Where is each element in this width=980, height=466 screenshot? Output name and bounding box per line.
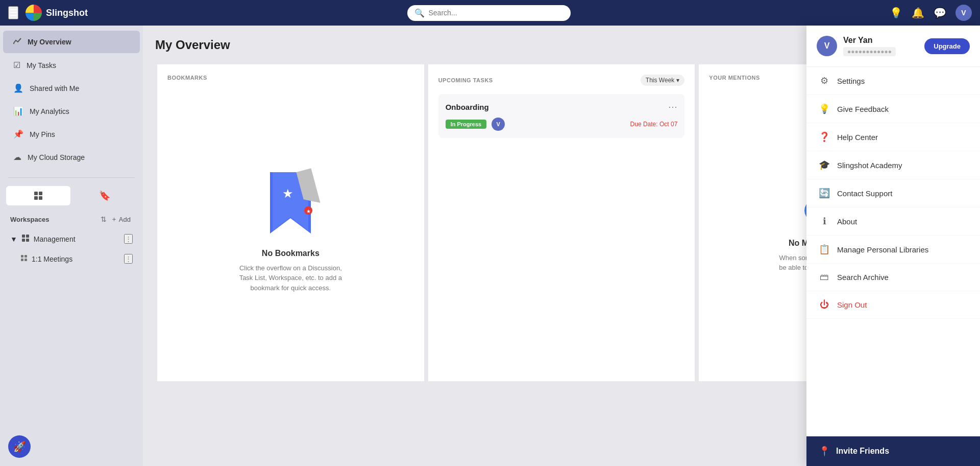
menu-item-contact-support[interactable]: 🔄 Contact Support [806,179,980,207]
sidebar-item-my-pins[interactable]: 📌 My Pins [3,123,140,145]
sidebar-item-my-tasks[interactable]: ☑ My Tasks [3,54,140,76]
menu-label-search-archive: Search Archive [837,273,889,282]
sidebar-item-my-overview[interactable]: My Overview [3,31,140,53]
sidebar-label-my-tasks: My Tasks [27,61,56,69]
menu-label-manage-personal-libraries: Manage Personal Libraries [837,245,928,254]
sort-workspaces-button[interactable]: ⇅ [99,214,109,224]
upcoming-tasks-panel-header: UPCOMING TASKS This Week ▾ [438,75,685,86]
svg-rect-2 [34,196,38,200]
menu-item-search-archive[interactable]: 🗃 Search Archive [806,264,980,291]
workspace-management[interactable]: ▼ Management ⋮ [0,229,143,249]
dropdown-avatar: V [817,36,837,56]
shared-icon: 👤 [13,83,23,93]
svg-rect-6 [22,239,25,242]
menu-label-help-center: Help Center [837,133,878,142]
dropdown-user-section: V Ver Yan ●●●●●●●●●●●● Upgrade [806,26,980,67]
user-avatar-button[interactable]: V [955,5,972,21]
week-selector-label: This Week [646,77,674,84]
dropdown-user-info: Ver Yan ●●●●●●●●●●●● [843,36,918,56]
chat-icon[interactable]: 💬 [934,7,946,19]
lightbulb-icon[interactable]: 💡 [890,7,902,19]
search-input[interactable] [429,9,564,17]
settings-icon: ⚙ [819,75,830,86]
help-icon: ❓ [819,131,830,143]
sidebar-label-my-pins: My Pins [30,130,55,138]
tab-workspaces[interactable] [6,186,70,205]
menu-label-about: About [837,217,857,226]
hamburger-menu[interactable]: ☰ [8,6,18,19]
user-dropdown-panel: V Ver Yan ●●●●●●●●●●●● Upgrade ⚙ Setting… [806,26,980,466]
sidebar: My Overview ☑ My Tasks 👤 Shared with Me … [0,26,143,466]
svg-rect-5 [26,235,29,238]
app-logo: Slingshot [26,5,88,21]
search-icon: 🔍 [414,8,425,18]
menu-label-settings: Settings [837,77,865,85]
upcoming-tasks-panel: UPCOMING TASKS This Week ▾ Onboarding ⋯ … [428,64,695,381]
workspace-11-meetings-label: 1:1 Meetings [32,255,72,263]
invite-friends-label: Invite Friends [836,447,889,456]
sidebar-label-my-cloud-storage: My Cloud Storage [28,153,85,161]
task-menu-button[interactable]: ⋯ [668,101,677,112]
workspace-icon [21,234,30,244]
task-item-onboarding: Onboarding ⋯ In Progress V Due Date: Oct… [438,94,685,138]
feedback-icon: 💡 [819,103,830,114]
add-workspace-button[interactable]: ＋ Add [109,214,133,225]
app-name: Slingshot [46,8,88,18]
menu-item-sign-out[interactable]: ⏻ Sign Out [806,291,980,319]
menu-label-sign-out: Sign Out [837,300,867,309]
menu-item-settings[interactable]: ⚙ Settings [806,67,980,95]
nav-icon-group: 💡 🔔 💬 V [890,5,972,21]
tasks-icon: ☑ [13,60,20,70]
sidebar-item-shared-with-me[interactable]: 👤 Shared with Me [3,77,140,99]
menu-item-about[interactable]: ℹ About [806,207,980,236]
invite-friends-button[interactable]: 📍 Invite Friends [806,436,980,466]
task-name: Onboarding [446,103,489,111]
add-label: Add [119,216,131,223]
svg-rect-3 [39,196,42,200]
workspace-11-meetings-menu[interactable]: ⋮ [124,254,133,264]
about-icon: ℹ [819,216,830,227]
svg-text:★: ★ [306,208,311,214]
upcoming-tasks-header-label: UPCOMING TASKS [438,77,493,83]
svg-rect-10 [21,259,23,261]
dropdown-menu: ⚙ Settings 💡 Give Feedback ❓ Help Center… [806,67,980,436]
dropdown-username: Ver Yan [843,36,918,45]
week-selector-button[interactable]: This Week ▾ [641,75,684,86]
rocket-button[interactable]: 🚀 [8,435,31,458]
dropdown-email: ●●●●●●●●●●●● [843,47,896,56]
sidebar-item-my-analytics[interactable]: 📊 My Analytics [3,100,140,122]
sidebar-divider [8,177,135,178]
child-workspace-icon [20,254,28,263]
sidebar-nav: My Overview ☑ My Tasks 👤 Shared with Me … [0,26,143,173]
menu-item-slingshot-academy[interactable]: 🎓 Slingshot Academy [806,151,980,179]
task-due-date: Due Date: Oct 07 [630,121,678,128]
menu-item-give-feedback[interactable]: 💡 Give Feedback [806,95,980,123]
upgrade-button[interactable]: Upgrade [924,38,970,54]
bell-icon[interactable]: 🔔 [912,7,924,19]
search-bar: 🔍 [407,5,571,21]
menu-item-help-center[interactable]: ❓ Help Center [806,123,980,151]
signout-icon: ⏻ [819,299,830,310]
workspaces-label: Workspaces [10,216,49,223]
task-status-badge: In Progress [446,120,487,129]
svg-rect-11 [24,259,27,261]
invite-icon: 📍 [819,446,830,457]
bookmarks-empty-title: No Bookmarks [262,249,320,258]
sidebar-item-my-cloud-storage[interactable]: ☁ My Cloud Storage [3,146,140,168]
workspace-management-menu[interactable]: ⋮ [124,234,133,244]
bookmarks-panel-header: BOOKMARKS [167,75,414,81]
tab-bookmarks[interactable]: 🔖 [72,186,137,205]
overview-icon [13,37,21,47]
sidebar-label-my-overview: My Overview [28,38,71,46]
sidebar-label-shared-with-me: Shared with Me [30,84,79,92]
menu-item-manage-personal-libraries[interactable]: 📋 Manage Personal Libraries [806,236,980,264]
svg-rect-4 [22,235,25,238]
pins-icon: 📌 [13,129,23,139]
sidebar-tabs: 🔖 [0,182,143,209]
workspace-11-meetings[interactable]: 1:1 Meetings ⋮ [0,249,143,269]
workspace-management-label: Management [34,235,76,243]
libraries-icon: 📋 [819,244,830,255]
menu-label-slingshot-academy: Slingshot Academy [837,161,902,170]
top-navigation: ☰ Slingshot 🔍 💡 🔔 💬 V [0,0,980,26]
bookmarks-empty-desc: Click the overflow on a Discussion, Task… [234,263,347,293]
